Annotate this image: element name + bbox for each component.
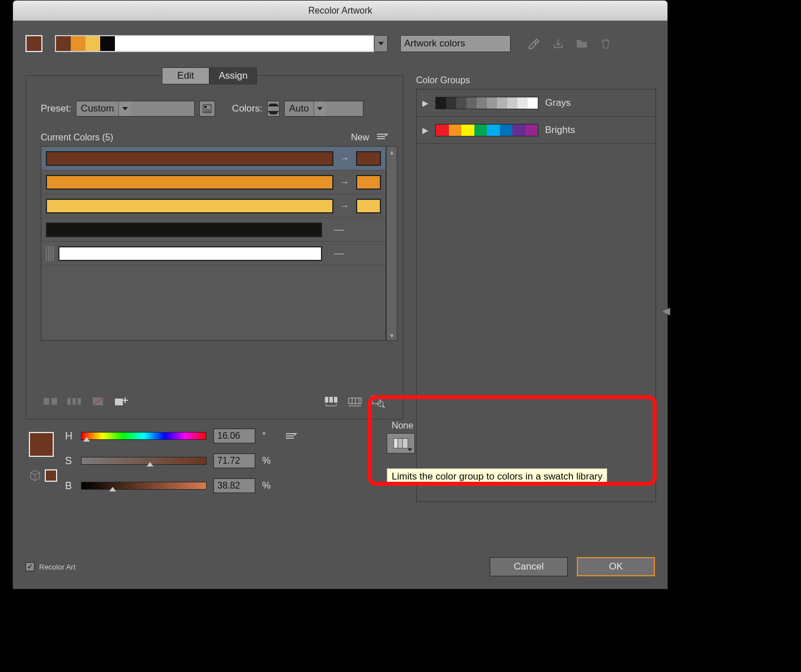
recolor-art-checkbox[interactable]: ✓ Recolor Art bbox=[25, 562, 75, 571]
color-groups-title: Color Groups bbox=[416, 75, 656, 85]
map-arrow-icon[interactable]: → bbox=[338, 153, 352, 164]
eyedropper-icon[interactable] bbox=[528, 37, 541, 50]
hue-slider[interactable] bbox=[81, 432, 207, 440]
svg-rect-11 bbox=[115, 399, 123, 405]
svg-rect-21 bbox=[372, 396, 380, 404]
new-row-icon[interactable] bbox=[112, 394, 131, 409]
preset-select[interactable]: Custom bbox=[76, 101, 195, 117]
color-strip-seg[interactable] bbox=[115, 36, 130, 51]
hue-label: H bbox=[65, 430, 74, 442]
no-map-icon[interactable]: — bbox=[327, 247, 352, 259]
colors-select[interactable]: Auto bbox=[284, 101, 363, 117]
new-color-swatch[interactable] bbox=[356, 199, 381, 213]
merge-row-icon[interactable] bbox=[41, 394, 60, 409]
out-of-gamut-icon[interactable] bbox=[29, 469, 41, 482]
svg-rect-7 bbox=[72, 398, 76, 405]
disclosure-triangle-icon[interactable]: ▶ bbox=[422, 126, 429, 135]
color-row[interactable]: — bbox=[41, 242, 385, 266]
color-strip-seg[interactable] bbox=[100, 36, 115, 51]
color-row[interactable]: — bbox=[41, 218, 385, 242]
color-group-row[interactable]: ▶ Grays bbox=[417, 89, 656, 117]
color-group-name-input[interactable]: Artwork colors bbox=[400, 35, 511, 52]
color-row[interactable]: → bbox=[41, 194, 385, 218]
color-list-scrollbar[interactable]: ▴▾ bbox=[386, 146, 397, 341]
assign-panel: Edit Assign Preset: Custom Colors: bbox=[25, 75, 404, 420]
svg-rect-17 bbox=[349, 398, 361, 404]
tab-assign[interactable]: Assign bbox=[209, 67, 257, 84]
locked-grip-icon bbox=[46, 246, 54, 261]
preset-label: Preset: bbox=[41, 103, 71, 114]
colors-spinner[interactable] bbox=[267, 101, 280, 117]
svg-rect-14 bbox=[325, 397, 328, 403]
random-colors-icon[interactable] bbox=[345, 394, 365, 409]
saturation-unit: % bbox=[262, 455, 272, 466]
new-column-label: New bbox=[351, 132, 369, 143]
window-title: Recolor Artwork bbox=[309, 6, 372, 16]
tooltip: Limits the color group to colors in a sw… bbox=[387, 468, 607, 485]
active-color-swatch[interactable] bbox=[25, 35, 42, 52]
folder-icon[interactable] bbox=[575, 37, 589, 50]
saturation-value-input[interactable]: 71.72 bbox=[213, 453, 255, 468]
window-titlebar: Recolor Artwork bbox=[13, 1, 667, 21]
color-mode-menu-icon[interactable] bbox=[286, 433, 297, 441]
saturation-slider[interactable] bbox=[81, 457, 207, 465]
new-color-swatch[interactable] bbox=[356, 151, 381, 166]
color-groups-list: ▶ Grays ▶ Brights bbox=[416, 89, 656, 502]
swatch-library-icon bbox=[393, 438, 408, 448]
color-row[interactable]: → bbox=[41, 147, 385, 170]
current-color-bar[interactable] bbox=[46, 151, 333, 166]
preset-options-icon[interactable] bbox=[199, 101, 215, 117]
split-row-icon[interactable] bbox=[65, 394, 84, 409]
color-strip-dropdown[interactable] bbox=[374, 35, 388, 52]
svg-rect-15 bbox=[329, 397, 333, 403]
color-list: → → → — bbox=[41, 146, 386, 341]
current-color-bar[interactable] bbox=[58, 246, 322, 261]
cancel-button[interactable]: Cancel bbox=[490, 557, 568, 576]
hue-unit: ° bbox=[262, 430, 272, 442]
color-group-name: Grays bbox=[545, 97, 571, 109]
svg-rect-1 bbox=[204, 106, 207, 108]
brightness-unit: % bbox=[262, 480, 272, 491]
color-strip-seg[interactable] bbox=[85, 36, 100, 51]
panel-collapse-icon[interactable]: ◀ bbox=[662, 305, 670, 317]
new-color-swatch[interactable] bbox=[356, 175, 381, 190]
colors-label: Colors: bbox=[232, 103, 263, 114]
saturation-label: S bbox=[65, 455, 74, 467]
color-strip-seg[interactable] bbox=[71, 36, 85, 51]
color-group-name: Brights bbox=[545, 125, 575, 136]
svg-rect-8 bbox=[78, 398, 81, 405]
brightness-value-input[interactable]: 38.82 bbox=[213, 478, 255, 493]
color-list-menu-icon[interactable] bbox=[377, 134, 388, 142]
no-map-icon[interactable]: — bbox=[327, 224, 352, 236]
map-arrow-icon[interactable]: → bbox=[338, 201, 352, 211]
brightness-label: B bbox=[65, 480, 74, 492]
recolor-artwork-dialog: Recolor Artwork Artwork colors bbox=[12, 0, 668, 589]
ok-button[interactable]: OK bbox=[577, 557, 655, 576]
hue-value-input[interactable]: 16.06 bbox=[213, 429, 255, 443]
hsb-swatch[interactable] bbox=[29, 432, 54, 457]
reorder-colors-icon[interactable] bbox=[322, 394, 341, 409]
save-group-icon[interactable] bbox=[551, 37, 565, 50]
current-color-bar[interactable] bbox=[46, 175, 333, 190]
color-group-row[interactable]: ▶ Brights bbox=[417, 117, 656, 144]
svg-rect-16 bbox=[334, 397, 337, 403]
svg-rect-5 bbox=[52, 398, 57, 405]
brightness-slider[interactable] bbox=[81, 482, 207, 490]
svg-rect-6 bbox=[67, 398, 71, 405]
find-color-icon[interactable] bbox=[369, 394, 388, 409]
color-group-swatches bbox=[435, 97, 538, 109]
exclude-color-icon[interactable] bbox=[88, 394, 108, 409]
trash-icon[interactable] bbox=[599, 37, 612, 50]
hsb-mini-swatch[interactable] bbox=[45, 469, 57, 482]
map-arrow-icon[interactable]: → bbox=[338, 177, 352, 187]
artwork-color-strip[interactable] bbox=[55, 35, 374, 52]
tab-edit[interactable]: Edit bbox=[162, 67, 209, 84]
color-row[interactable]: → bbox=[41, 170, 385, 194]
disclosure-triangle-icon[interactable]: ▶ bbox=[422, 99, 429, 108]
current-color-bar[interactable] bbox=[46, 199, 333, 213]
color-strip-seg[interactable] bbox=[56, 36, 71, 51]
library-limit-button[interactable] bbox=[387, 433, 415, 453]
current-color-bar[interactable] bbox=[46, 222, 322, 237]
svg-line-23 bbox=[383, 406, 385, 408]
svg-rect-4 bbox=[44, 398, 49, 405]
